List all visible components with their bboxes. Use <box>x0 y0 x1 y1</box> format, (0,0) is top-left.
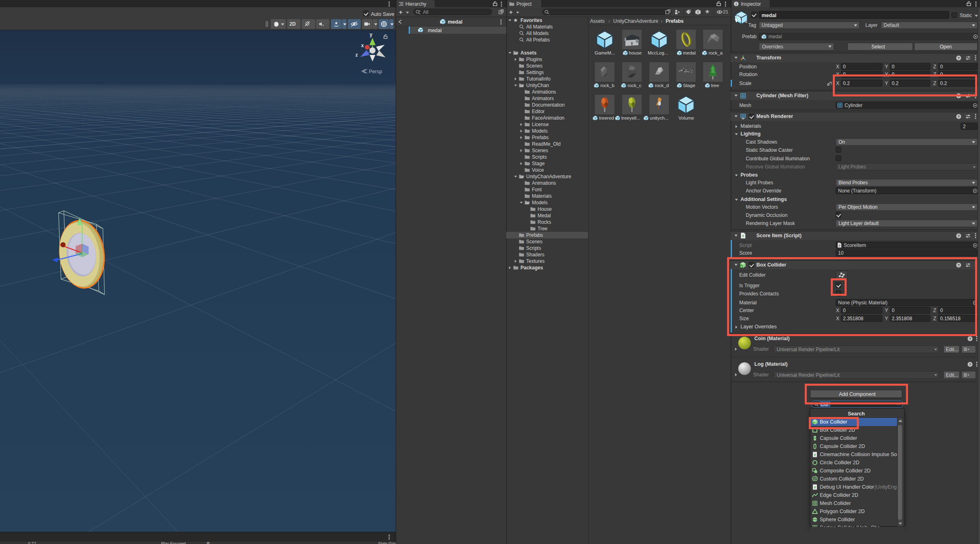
svg-text:x: x <box>322 24 324 26</box>
svg-text:?: ? <box>958 56 960 60</box>
svg-text:#: # <box>814 485 816 489</box>
svg-text:?: ? <box>969 337 971 341</box>
svg-text:#: # <box>838 244 841 247</box>
svg-text:?: ? <box>958 234 960 238</box>
svg-text:i: i <box>736 2 737 6</box>
svg-text:?: ? <box>958 115 960 119</box>
svg-text:Persp: Persp <box>369 69 382 74</box>
svg-text:y: y <box>370 32 372 37</box>
svg-text:?: ? <box>969 363 971 367</box>
svg-text:#: # <box>742 234 744 238</box>
svg-text:#: # <box>814 453 816 457</box>
svg-text:z: z <box>355 52 358 58</box>
svg-text:x: x <box>361 43 364 48</box>
